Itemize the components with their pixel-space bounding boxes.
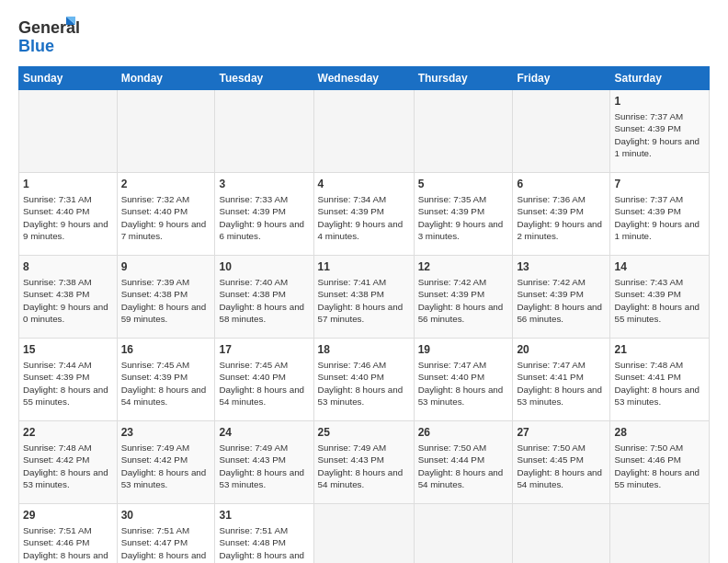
day-info: Sunrise: 7:32 AMSunset: 4:40 PMDaylight:… [121,193,211,243]
calendar-week-row: 15Sunrise: 7:44 AMSunset: 4:39 PMDayligh… [19,339,710,421]
calendar-cell: 5Sunrise: 7:35 AMSunset: 4:39 PMDaylight… [414,173,513,256]
calendar-cell: 25Sunrise: 7:49 AMSunset: 4:43 PMDayligh… [313,421,414,504]
day-info: Sunrise: 7:48 AMSunset: 4:42 PMDaylight:… [23,442,113,491]
calendar-cell: 28Sunrise: 7:50 AMSunset: 4:46 PMDayligh… [610,421,710,504]
day-info: Sunrise: 7:49 AMSunset: 4:43 PMDaylight:… [219,442,309,491]
day-number: 10 [219,259,309,275]
calendar-cell: 13Sunrise: 7:42 AMSunset: 4:39 PMDayligh… [513,256,610,339]
day-info: Sunrise: 7:39 AMSunset: 4:38 PMDaylight:… [121,276,211,326]
day-number: 11 [318,259,410,275]
day-number: 5 [418,177,509,192]
day-info: Sunrise: 7:31 AMSunset: 4:40 PMDaylight:… [23,193,113,243]
calendar: SundayMondayTuesdayWednesdayThursdayFrid… [18,66,710,563]
day-number: 2 [121,177,211,192]
calendar-cell: 31Sunrise: 7:51 AMSunset: 4:48 PMDayligh… [215,504,313,564]
day-number: 24 [219,425,309,441]
calendar-cell: 24Sunrise: 7:49 AMSunset: 4:43 PMDayligh… [215,421,313,504]
calendar-week-row: 1Sunrise: 7:37 AMSunset: 4:39 PMDaylight… [19,90,710,173]
day-info: Sunrise: 7:33 AMSunset: 4:39 PMDaylight:… [219,193,309,243]
day-number: 1 [614,94,705,109]
day-info: Sunrise: 7:51 AMSunset: 4:47 PMDaylight:… [121,524,211,563]
day-info: Sunrise: 7:47 AMSunset: 4:41 PMDaylight:… [517,359,606,408]
day-header: Monday [117,67,215,90]
calendar-cell [19,90,118,173]
calendar-cell: 1Sunrise: 7:37 AMSunset: 4:39 PMDaylight… [610,90,710,173]
calendar-cell: 11Sunrise: 7:41 AMSunset: 4:38 PMDayligh… [313,256,414,339]
calendar-cell: 29Sunrise: 7:51 AMSunset: 4:46 PMDayligh… [19,504,118,564]
day-number: 15 [23,342,113,358]
logo-svg: GeneralBlue [18,15,83,57]
day-number: 9 [121,259,211,275]
calendar-week-row: 29Sunrise: 7:51 AMSunset: 4:46 PMDayligh… [19,504,710,564]
day-number: 7 [614,177,705,192]
calendar-cell: 3Sunrise: 7:33 AMSunset: 4:39 PMDaylight… [215,173,313,256]
day-number: 31 [219,508,309,523]
day-number: 26 [418,425,509,441]
calendar-week-row: 8Sunrise: 7:38 AMSunset: 4:38 PMDaylight… [19,256,710,339]
day-info: Sunrise: 7:46 AMSunset: 4:40 PMDaylight:… [318,359,410,408]
calendar-cell: 23Sunrise: 7:49 AMSunset: 4:42 PMDayligh… [117,421,215,504]
calendar-cell: 7Sunrise: 7:37 AMSunset: 4:39 PMDaylight… [610,173,710,256]
header: GeneralBlue [18,15,710,57]
day-number: 13 [517,259,606,275]
day-number: 18 [318,342,410,358]
page: GeneralBlue SundayMondayTuesdayWednesday… [0,0,728,563]
calendar-cell: 16Sunrise: 7:45 AMSunset: 4:39 PMDayligh… [117,339,215,421]
day-header: Thursday [414,67,513,90]
calendar-cell: 27Sunrise: 7:50 AMSunset: 4:45 PMDayligh… [513,421,610,504]
calendar-cell [313,90,414,173]
svg-text:Blue: Blue [18,37,54,55]
day-info: Sunrise: 7:50 AMSunset: 4:45 PMDaylight:… [517,442,606,491]
day-number: 23 [121,425,211,441]
calendar-cell: 18Sunrise: 7:46 AMSunset: 4:40 PMDayligh… [313,339,414,421]
day-number: 4 [318,177,410,192]
day-info: Sunrise: 7:35 AMSunset: 4:39 PMDaylight:… [418,193,509,243]
day-info: Sunrise: 7:44 AMSunset: 4:39 PMDaylight:… [23,359,113,408]
calendar-cell [117,90,215,173]
day-number: 28 [614,425,705,441]
day-number: 17 [219,342,309,358]
calendar-cell [513,504,610,564]
calendar-cell: 30Sunrise: 7:51 AMSunset: 4:47 PMDayligh… [117,504,215,564]
calendar-cell: 1Sunrise: 7:31 AMSunset: 4:40 PMDaylight… [19,173,118,256]
day-number: 14 [614,259,705,275]
calendar-week-row: 22Sunrise: 7:48 AMSunset: 4:42 PMDayligh… [19,421,710,504]
calendar-cell: 2Sunrise: 7:32 AMSunset: 4:40 PMDaylight… [117,173,215,256]
calendar-cell [610,504,710,564]
day-info: Sunrise: 7:45 AMSunset: 4:39 PMDaylight:… [121,359,211,408]
day-info: Sunrise: 7:34 AMSunset: 4:39 PMDaylight:… [318,193,410,243]
calendar-cell: 12Sunrise: 7:42 AMSunset: 4:39 PMDayligh… [414,256,513,339]
calendar-cell [513,90,610,173]
calendar-cell: 10Sunrise: 7:40 AMSunset: 4:38 PMDayligh… [215,256,313,339]
day-info: Sunrise: 7:51 AMSunset: 4:48 PMDaylight:… [219,524,309,563]
day-number: 21 [614,342,705,358]
calendar-cell: 6Sunrise: 7:36 AMSunset: 4:39 PMDaylight… [513,173,610,256]
day-info: Sunrise: 7:38 AMSunset: 4:38 PMDaylight:… [23,276,113,326]
calendar-cell: 19Sunrise: 7:47 AMSunset: 4:40 PMDayligh… [414,339,513,421]
calendar-cell: 15Sunrise: 7:44 AMSunset: 4:39 PMDayligh… [19,339,118,421]
calendar-cell [414,90,513,173]
day-info: Sunrise: 7:47 AMSunset: 4:40 PMDaylight:… [418,359,509,408]
day-info: Sunrise: 7:50 AMSunset: 4:46 PMDaylight:… [614,442,705,491]
day-number: 6 [517,177,606,192]
day-number: 22 [23,425,113,441]
day-number: 1 [23,177,113,192]
day-info: Sunrise: 7:48 AMSunset: 4:41 PMDaylight:… [614,359,705,408]
day-header: Sunday [19,67,118,90]
day-number: 27 [517,425,606,441]
day-info: Sunrise: 7:45 AMSunset: 4:40 PMDaylight:… [219,359,309,408]
calendar-cell: 17Sunrise: 7:45 AMSunset: 4:40 PMDayligh… [215,339,313,421]
day-header: Wednesday [313,67,414,90]
day-info: Sunrise: 7:42 AMSunset: 4:39 PMDaylight:… [517,276,606,326]
day-number: 8 [23,259,113,275]
day-header: Saturday [610,67,710,90]
day-number: 29 [23,508,113,523]
calendar-cell: 26Sunrise: 7:50 AMSunset: 4:44 PMDayligh… [414,421,513,504]
day-header: Tuesday [215,67,313,90]
day-info: Sunrise: 7:36 AMSunset: 4:39 PMDaylight:… [517,193,606,243]
day-number: 3 [219,177,309,192]
calendar-cell: 20Sunrise: 7:47 AMSunset: 4:41 PMDayligh… [513,339,610,421]
day-info: Sunrise: 7:49 AMSunset: 4:42 PMDaylight:… [121,442,211,491]
day-number: 20 [517,342,606,358]
calendar-header-row: SundayMondayTuesdayWednesdayThursdayFrid… [19,67,710,90]
